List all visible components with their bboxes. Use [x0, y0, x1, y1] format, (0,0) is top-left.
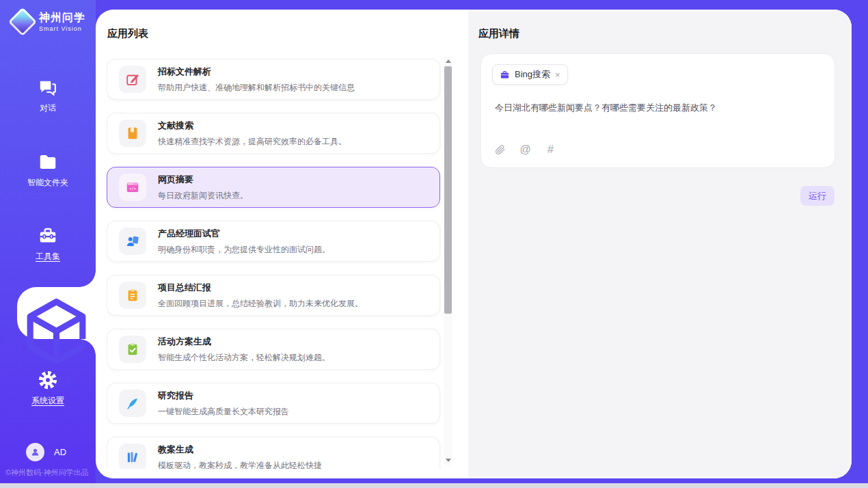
- user-account[interactable]: AD: [26, 443, 66, 461]
- chat-icon: [38, 77, 58, 98]
- app-window: 神州问学 Smart Vision 对话 智能文件夹: [0, 0, 868, 488]
- app-detail-overlay: 应用详情 Bing搜索 × 今日湖北有哪些新闻要点？有哪些需要关注的最新政策？: [96, 10, 852, 478]
- sidebar: 神州问学 Smart Vision 对话 智能文件夹: [0, 0, 96, 483]
- paperclip-icon[interactable]: [494, 144, 506, 155]
- folder-icon: [38, 152, 58, 172]
- avatar: [26, 443, 44, 461]
- toolbox-icon: [38, 226, 58, 246]
- sidebar-item-toolset[interactable]: 工具集: [0, 226, 96, 262]
- sidebar-item-label: 对话: [0, 103, 96, 114]
- user-name: AD: [54, 447, 66, 457]
- sidebar-item-label: 工具集: [0, 251, 96, 262]
- brand-subtitle: Smart Vision: [39, 25, 85, 32]
- sidebar-item-smart-folder[interactable]: 智能文件夹: [0, 152, 96, 189]
- brand-logo: 神州问学 Smart Vision: [12, 11, 85, 32]
- attachment-toolbar: @ #: [494, 144, 556, 155]
- at-mention-icon[interactable]: @: [519, 144, 531, 155]
- sidebar-item-label: 系统设置: [0, 395, 96, 407]
- app-detail-title: 应用详情: [478, 27, 519, 40]
- tool-tag-bing-search[interactable]: Bing搜索 ×: [492, 64, 568, 85]
- sidebar-item-settings[interactable]: 系统设置: [0, 370, 96, 407]
- person-icon: [30, 447, 40, 457]
- briefcase-icon: [500, 70, 510, 80]
- gear-icon: [38, 370, 58, 390]
- copyright-footer: ©神州数码·神州问学出品: [5, 467, 89, 478]
- gem-diamond-icon: [8, 7, 37, 36]
- sidebar-item-chat[interactable]: 对话: [0, 77, 96, 114]
- sidebar-item-label: 智能文件夹: [0, 177, 96, 189]
- prompt-input[interactable]: 今日湖北有哪些新闻要点？有哪些需要关注的最新政策？: [495, 102, 823, 114]
- close-icon[interactable]: ×: [555, 70, 560, 79]
- frame-bottom: [0, 483, 868, 488]
- hash-tag-icon[interactable]: #: [545, 144, 556, 155]
- sidebar-item-app-market[interactable]: 应用市场: [17, 287, 96, 339]
- prompt-card: Bing搜索 × 今日湖北有哪些新闻要点？有哪些需要关注的最新政策？ @ #: [480, 53, 835, 168]
- run-button[interactable]: 运行: [800, 186, 835, 206]
- tool-tag-label: Bing搜索: [515, 68, 550, 81]
- cube-icon: [17, 293, 96, 372]
- brand-name: 神州问学: [39, 11, 85, 25]
